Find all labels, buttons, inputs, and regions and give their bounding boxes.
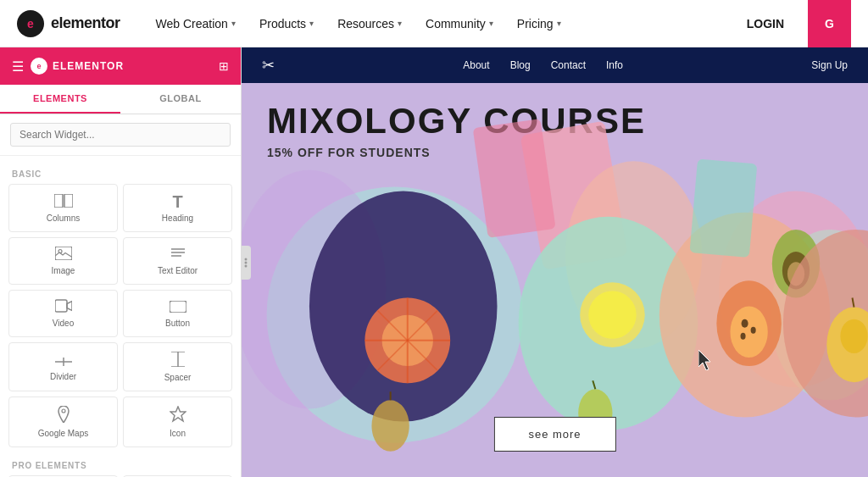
widget-divider[interactable]: Divider <box>8 342 118 391</box>
nav-item-products[interactable]: Products ▾ <box>249 10 324 37</box>
button-icon <box>170 300 186 315</box>
svg-point-55 <box>742 319 748 328</box>
preview-nav-about[interactable]: About <box>463 59 489 71</box>
icon-widget-icon <box>170 406 186 425</box>
nav-right: LOGIN G <box>733 0 851 47</box>
nav-item-resources[interactable]: Resources ▾ <box>327 10 412 37</box>
widget-heading[interactable]: T Heading <box>123 184 232 232</box>
basic-section-label: BASIC <box>8 163 232 184</box>
widget-text-editor[interactable]: Text Editor <box>123 237 232 285</box>
widget-icon-label: Icon <box>170 429 186 438</box>
preview-nav: About Blog Contact Info <box>463 59 623 71</box>
logo-icon: e <box>17 10 44 37</box>
preview-logo-icon: ✂ <box>262 56 275 75</box>
panel-resize-handle[interactable] <box>241 246 251 280</box>
svg-point-45 <box>371 400 409 451</box>
widget-divider-label: Divider <box>50 372 76 381</box>
widget-spacer[interactable]: Spacer <box>123 342 232 391</box>
svg-rect-1 <box>64 194 73 208</box>
preview-nav-info[interactable]: Info <box>606 59 623 71</box>
widget-google-maps-label: Google Maps <box>38 429 88 438</box>
video-icon <box>55 299 72 315</box>
widget-image-label: Image <box>52 266 75 275</box>
tab-global[interactable]: GLOBAL <box>120 85 241 114</box>
widget-button[interactable]: Button <box>123 290 232 337</box>
login-button[interactable]: LOGIN <box>733 10 798 37</box>
panel-tabs: ELEMENTS GLOBAL <box>0 85 241 114</box>
nav-item-pricing[interactable]: Pricing ▾ <box>507 10 571 37</box>
panel-content: BASIC Columns T Heading Image <box>0 156 241 477</box>
chevron-down-icon: ▾ <box>489 19 493 28</box>
divider-icon <box>55 353 72 369</box>
svg-point-29 <box>245 258 248 260</box>
grid-icon[interactable]: ⊞ <box>219 59 229 73</box>
panel-logo-text: elementor <box>53 60 124 72</box>
see-more-button[interactable]: see more <box>493 417 615 452</box>
nav-items: Web Creation ▾ Products ▾ Resources ▾ Co… <box>146 10 733 37</box>
widget-spacer-label: Spacer <box>164 373 192 382</box>
widget-image[interactable]: Image <box>8 237 118 285</box>
image-icon <box>55 247 72 263</box>
top-nav: e elementor Web Creation ▾ Products ▾ Re… <box>0 0 868 47</box>
preview-hero: MIXOLOGY COURSE 15% OFF FOR STUDENTS <box>242 83 868 477</box>
spacer-icon <box>171 352 185 369</box>
google-maps-icon <box>57 406 70 425</box>
nav-item-web-creation[interactable]: Web Creation ▾ <box>146 10 246 37</box>
heading-icon: T <box>172 193 182 210</box>
svg-rect-66 <box>689 158 757 258</box>
preview-topbar: ✂ About Blog Contact Info Sign Up <box>242 47 868 83</box>
site-preview: ✂ About Blog Contact Info Sign Up MIXOLO… <box>242 47 868 477</box>
widget-video[interactable]: Video <box>8 290 118 337</box>
svg-point-49 <box>588 291 636 338</box>
preview-nav-contact[interactable]: Contact <box>551 59 586 71</box>
canvas-area[interactable]: ✂ About Blog Contact Info Sign Up MIXOLO… <box>242 47 868 477</box>
svg-point-63 <box>840 319 867 353</box>
logo[interactable]: e elementor <box>17 10 120 37</box>
svg-rect-7 <box>55 300 67 312</box>
widget-columns[interactable]: Columns <box>8 184 118 232</box>
text-editor-icon <box>170 247 186 263</box>
widget-video-label: Video <box>53 319 74 328</box>
chevron-down-icon: ▾ <box>398 19 402 28</box>
logo-e: e <box>27 17 34 31</box>
widget-google-maps[interactable]: Google Maps <box>8 397 118 447</box>
panel-logo-icon: e <box>31 58 47 75</box>
preview-nav-blog[interactable]: Blog <box>510 59 531 71</box>
hamburger-icon[interactable]: ☰ <box>12 58 24 75</box>
svg-point-30 <box>245 261 248 263</box>
columns-icon <box>54 194 73 210</box>
svg-point-31 <box>245 264 248 267</box>
main-area: ☰ e elementor ⊞ ELEMENTS GLOBAL BASIC <box>0 47 868 477</box>
tab-elements[interactable]: ELEMENTS <box>0 85 120 114</box>
widget-text-editor-label: Text Editor <box>158 266 198 275</box>
panel-search <box>0 114 241 156</box>
panel-header: ☰ e elementor ⊞ <box>0 47 241 85</box>
nav-item-community[interactable]: Community ▾ <box>415 10 504 37</box>
svg-rect-8 <box>170 301 186 313</box>
preview-signup-button[interactable]: Sign Up <box>811 59 848 71</box>
svg-point-14 <box>62 409 65 413</box>
elementor-panel: ☰ e elementor ⊞ ELEMENTS GLOBAL BASIC <box>0 47 242 477</box>
svg-marker-15 <box>170 407 186 421</box>
svg-point-56 <box>751 327 756 334</box>
chevron-down-icon: ▾ <box>557 19 561 28</box>
widget-button-label: Button <box>165 319 190 328</box>
svg-point-54 <box>730 307 767 358</box>
svg-point-57 <box>741 333 746 340</box>
basic-widgets-grid: Columns T Heading Image Text Editor <box>8 184 232 447</box>
svg-rect-0 <box>54 194 63 208</box>
search-input[interactable] <box>10 123 231 147</box>
chevron-down-icon: ▾ <box>309 19 314 28</box>
widget-heading-label: Heading <box>162 214 193 223</box>
widget-columns-label: Columns <box>47 214 80 223</box>
logo-text: elementor <box>51 14 120 32</box>
pro-section-label: PRO ELEMENTS <box>8 454 232 475</box>
get-button[interactable]: G <box>808 0 851 47</box>
chevron-down-icon: ▾ <box>231 19 236 28</box>
panel-header-left: ☰ e elementor <box>12 58 124 75</box>
widget-icon[interactable]: Icon <box>123 397 232 447</box>
panel-logo: e elementor <box>31 58 124 75</box>
